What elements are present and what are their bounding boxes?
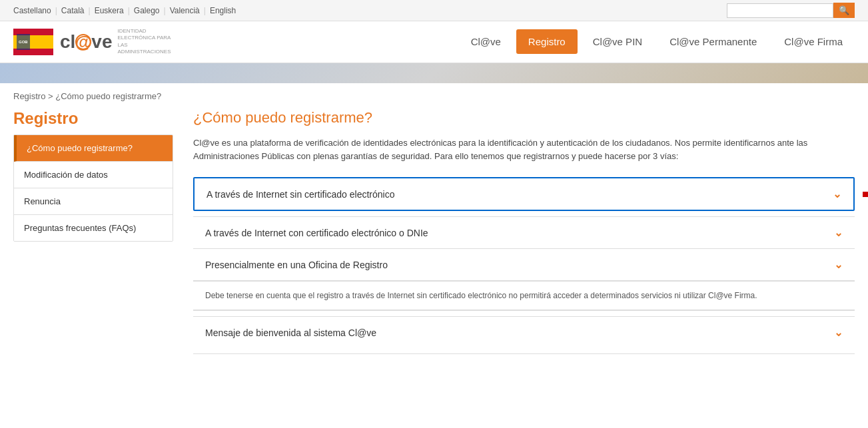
lang-valencia[interactable]: Valencià bbox=[170, 6, 200, 15]
content-title: ¿Cómo puedo registrarme? bbox=[193, 109, 855, 126]
main-content: Registro ¿Cómo puedo registrarme? Modifi… bbox=[0, 109, 868, 368]
accordion-internet-sin-cert[interactable]: A través de Internet sin certificado ele… bbox=[193, 177, 855, 211]
note-text: Debe tenerse en cuenta que el registro a… bbox=[193, 281, 855, 310]
logo-area: GOB cl @ ve IDENTIDAD ELECTRÓNICA PARA L… bbox=[13, 28, 178, 56]
accordion-internet-con-cert[interactable]: A través de Internet con certificado ele… bbox=[193, 216, 855, 248]
clave-text-ve: ve bbox=[91, 31, 112, 53]
sidebar-item-renuncia[interactable]: Renuncia bbox=[14, 188, 173, 215]
sidebar-item-como[interactable]: ¿Cómo puedo registrarme? bbox=[14, 135, 173, 162]
accordion-header-4[interactable]: Mensaje de bienvenida al sistema Cl@ve ⌄ bbox=[193, 317, 855, 348]
nav-registro[interactable]: Registro bbox=[516, 29, 578, 54]
clave-at-symbol: @ bbox=[75, 34, 91, 50]
language-links: Castellano | Català | Euskera | Galego |… bbox=[13, 6, 236, 15]
accordion-label-2: A través de Internet con certificado ele… bbox=[205, 228, 428, 238]
lang-euskera[interactable]: Euskera bbox=[95, 6, 124, 15]
accordion-label-3: Presencialmente en una Oficina de Regist… bbox=[205, 260, 388, 270]
accordion-header-2[interactable]: A través de Internet con certificado ele… bbox=[193, 217, 855, 248]
accordion-wrapper-1: A través de Internet sin certificado ele… bbox=[193, 177, 855, 211]
breadcrumb-registro[interactable]: Registro bbox=[13, 91, 45, 101]
svg-text:GOB: GOB bbox=[19, 40, 28, 44]
accordion-label-1: A través de Internet sin certificado ele… bbox=[207, 189, 394, 200]
gov-logo: GOB bbox=[13, 29, 53, 55]
nav-clave-pin[interactable]: Cl@ve PIN bbox=[581, 29, 654, 54]
breadcrumb-current: ¿Cómo puedo registrarme? bbox=[55, 91, 161, 101]
main-nav: Cl@ve Registro Cl@ve PIN Cl@ve Permanent… bbox=[198, 29, 855, 54]
nav-clave-firma[interactable]: Cl@ve Firma bbox=[772, 29, 855, 54]
lang-english[interactable]: English bbox=[210, 6, 236, 15]
hero-banner bbox=[0, 63, 868, 83]
divider-3 bbox=[193, 310, 855, 311]
clave-text-cl: cl bbox=[60, 31, 75, 53]
accordion-label-4: Mensaje de bienvenida al sistema Cl@ve bbox=[205, 327, 376, 338]
red-arrow bbox=[863, 184, 868, 205]
accordion-header-1[interactable]: A través de Internet sin certificado ele… bbox=[195, 178, 853, 210]
sidebar-title: Registro bbox=[13, 109, 173, 128]
chevron-icon-4: ⌄ bbox=[834, 326, 843, 339]
nav-clave[interactable]: Cl@ve bbox=[459, 29, 513, 54]
clave-subtitle: IDENTIDAD ELECTRÓNICA PARA LAS ADMINISTR… bbox=[118, 28, 178, 56]
accordion-mensaje[interactable]: Mensaje de bienvenida al sistema Cl@ve ⌄ bbox=[193, 316, 855, 348]
header: GOB cl @ ve IDENTIDAD ELECTRÓNICA PARA L… bbox=[0, 21, 868, 63]
chevron-icon-3: ⌄ bbox=[834, 258, 843, 271]
sidebar-item-faqs[interactable]: Preguntas frecuentes (FAQs) bbox=[14, 215, 173, 241]
accordion-presencial[interactable]: Presencialmente en una Oficina de Regist… bbox=[193, 249, 855, 280]
chevron-icon-2: ⌄ bbox=[834, 226, 843, 239]
search-input[interactable] bbox=[727, 3, 833, 18]
lang-castellano[interactable]: Castellano bbox=[13, 6, 51, 15]
nav-clave-permanente[interactable]: Cl@ve Permanente bbox=[657, 29, 769, 54]
content-description: Cl@ve es una plataforma de verificación … bbox=[193, 136, 855, 164]
sidebar: Registro ¿Cómo puedo registrarme? Modifi… bbox=[13, 109, 173, 355]
content-area: ¿Cómo puedo registrarme? Cl@ve es una pl… bbox=[193, 109, 855, 355]
arrow-tail bbox=[863, 192, 868, 197]
search-button[interactable]: 🔍 bbox=[833, 3, 855, 18]
language-bar: Castellano | Català | Euskera | Galego |… bbox=[0, 0, 868, 21]
sidebar-menu: ¿Cómo puedo registrarme? Modificación de… bbox=[13, 134, 173, 242]
clave-logo: cl @ ve IDENTIDAD ELECTRÓNICA PARA LAS A… bbox=[60, 28, 178, 56]
lang-galego[interactable]: Galego bbox=[134, 6, 160, 15]
accordion-header-3[interactable]: Presencialmente en una Oficina de Regist… bbox=[193, 249, 855, 280]
lang-catala[interactable]: Català bbox=[61, 6, 85, 15]
chevron-icon-1: ⌄ bbox=[833, 188, 841, 200]
search-box: 🔍 bbox=[727, 3, 855, 18]
breadcrumb: Registro > ¿Cómo puedo registrarme? bbox=[0, 83, 868, 109]
divider-4 bbox=[193, 353, 855, 354]
sidebar-item-modificacion[interactable]: Modificación de datos bbox=[14, 162, 173, 188]
